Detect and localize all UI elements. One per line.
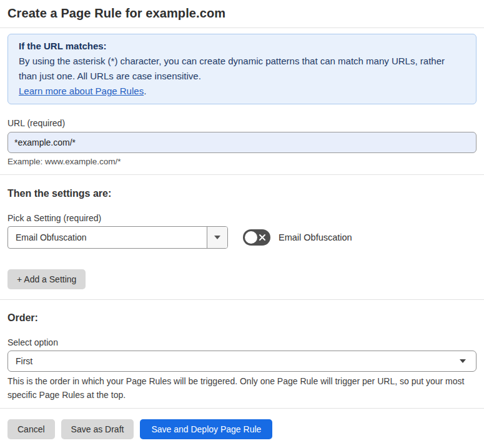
url-label: URL (required) <box>7 118 477 128</box>
info-box-body: By using the asterisk (*) character, you… <box>19 54 465 84</box>
toggle-knob <box>245 231 257 244</box>
setting-select-value: Email Obfuscation <box>8 227 87 248</box>
save-as-draft-button[interactable]: Save as Draft <box>61 419 134 439</box>
save-and-deploy-button[interactable]: Save and Deploy Page Rule <box>140 419 272 439</box>
chevron-down-icon <box>460 359 466 363</box>
chevron-down-icon <box>214 236 220 239</box>
toggle-label: Email Obfuscation <box>279 232 352 242</box>
page-title: Create a Page Rule for example.com <box>7 0 477 21</box>
order-select-value: First <box>16 356 32 366</box>
url-match-info-box: If the URL matches: By using the asteris… <box>7 34 477 104</box>
link-period: . <box>144 86 146 96</box>
section-divider <box>0 299 484 300</box>
email-obfuscation-toggle[interactable] <box>243 229 270 246</box>
title-divider <box>0 27 484 28</box>
pick-setting-label: Pick a Setting (required) <box>7 213 477 223</box>
info-link-line: Learn more about Page Rules. <box>19 84 465 99</box>
order-helper-text: This is the order in which your Page Rul… <box>7 374 477 402</box>
cancel-button[interactable]: Cancel <box>7 419 55 439</box>
setting-select[interactable]: Email Obfuscation <box>7 226 228 249</box>
order-select[interactable]: First <box>7 351 477 372</box>
footer-divider <box>0 408 484 409</box>
info-box-heading: If the URL matches: <box>19 39 465 54</box>
url-example-helper: Example: www.example.com/* <box>7 157 477 166</box>
learn-more-link[interactable]: Learn more about Page Rules <box>19 86 144 96</box>
settings-section-heading: Then the settings are: <box>7 188 477 199</box>
create-page-rule-form: Create a Page Rule for example.com If th… <box>0 0 484 439</box>
x-icon <box>258 233 267 242</box>
add-setting-button[interactable]: + Add a Setting <box>7 269 86 289</box>
setting-row: Email Obfuscation Email Obfuscation <box>7 226 477 249</box>
footer-actions: Cancel Save as Draft Save and Deploy Pag… <box>7 419 477 439</box>
dropdown-arrow-button[interactable] <box>207 227 227 248</box>
order-section-heading: Order: <box>7 312 477 324</box>
url-input[interactable] <box>7 132 477 153</box>
order-select-label: Select option <box>7 337 477 347</box>
section-divider <box>0 174 484 175</box>
